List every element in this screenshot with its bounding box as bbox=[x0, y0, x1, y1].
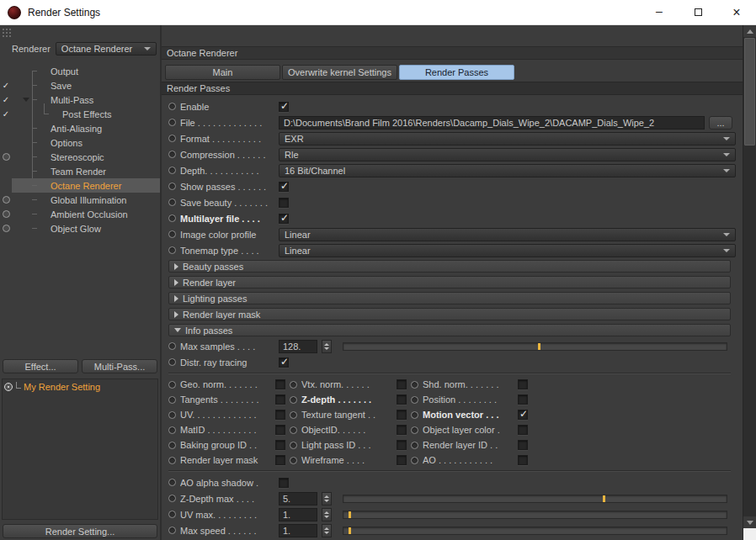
pass-checkbox[interactable] bbox=[275, 440, 285, 450]
minimize-button[interactable]: – bbox=[640, 0, 679, 24]
file-path-input[interactable]: D:\Documents\Brand Film 2016\Renders\Dac… bbox=[279, 116, 705, 130]
group-beauty-passes[interactable]: Beauty passes bbox=[168, 260, 731, 273]
slider-handle[interactable] bbox=[349, 511, 351, 518]
pass-checkbox[interactable] bbox=[518, 410, 528, 420]
animation-dot-icon[interactable] bbox=[168, 103, 176, 110]
sidebar-item-post-effects[interactable]: Post Effects bbox=[0, 107, 160, 121]
pass-checkbox[interactable] bbox=[275, 425, 285, 435]
pass-checkbox[interactable] bbox=[275, 455, 285, 465]
animation-dot-icon[interactable] bbox=[168, 396, 176, 404]
slider-handle[interactable] bbox=[349, 527, 351, 534]
group-info-passes[interactable]: Info passes bbox=[168, 324, 731, 336]
pass-checkbox[interactable] bbox=[518, 379, 528, 389]
animation-dot-icon[interactable] bbox=[168, 214, 176, 222]
pass-checkbox[interactable] bbox=[275, 410, 285, 420]
ao-alpha-shadow-checkbox[interactable] bbox=[279, 478, 289, 488]
animation-dot-icon[interactable] bbox=[168, 183, 176, 190]
check-icon[interactable] bbox=[0, 107, 12, 121]
pass-checkbox[interactable] bbox=[518, 425, 528, 435]
animation-dot-icon[interactable] bbox=[168, 358, 176, 366]
sidebar-item-multi-pass[interactable]: Multi-Pass bbox=[0, 93, 160, 107]
sidebar-item-octane-renderer[interactable]: Octane Renderer bbox=[0, 178, 160, 193]
animation-dot-icon[interactable] bbox=[168, 511, 176, 518]
expand-arrow-icon[interactable] bbox=[23, 98, 29, 102]
animation-dot-icon[interactable] bbox=[168, 457, 176, 464]
image-color-profile-dropdown[interactable]: Linear bbox=[279, 228, 736, 241]
animation-dot-icon[interactable] bbox=[290, 442, 297, 449]
sidebar-item-options[interactable]: Options bbox=[0, 135, 160, 150]
zdepth-max-slider[interactable] bbox=[343, 495, 727, 503]
animation-dot-icon[interactable] bbox=[411, 442, 418, 449]
pass-checkbox[interactable] bbox=[397, 379, 407, 389]
effect-button[interactable]: Effect... bbox=[3, 359, 78, 373]
scroll-down-button[interactable] bbox=[743, 516, 756, 528]
max-samples-stepper[interactable] bbox=[322, 340, 332, 353]
format-dropdown[interactable]: EXR bbox=[279, 132, 736, 146]
max-samples-input[interactable]: 128. bbox=[279, 340, 317, 353]
max-samples-slider[interactable] bbox=[343, 342, 727, 351]
animation-dot-icon[interactable] bbox=[168, 426, 176, 434]
group-lighting-passes[interactable]: Lighting passes bbox=[168, 292, 731, 304]
browse-button[interactable]: ... bbox=[709, 116, 732, 130]
pass-checkbox[interactable] bbox=[397, 425, 407, 435]
animation-dot-icon[interactable] bbox=[168, 442, 176, 449]
zdepth-max-input[interactable]: 5. bbox=[279, 492, 317, 506]
slider-handle[interactable] bbox=[538, 343, 540, 350]
animation-dot-icon[interactable] bbox=[168, 119, 176, 126]
animation-dot-icon[interactable] bbox=[168, 246, 176, 254]
pass-checkbox[interactable] bbox=[397, 410, 407, 420]
animation-dot-icon[interactable] bbox=[168, 411, 176, 419]
pass-checkbox[interactable] bbox=[397, 394, 407, 405]
max-speed-stepper[interactable] bbox=[322, 524, 332, 537]
max-speed-input[interactable]: 1. bbox=[279, 524, 317, 537]
animation-dot-icon[interactable] bbox=[168, 135, 176, 142]
animation-dot-icon[interactable] bbox=[168, 199, 176, 206]
group-render-layer[interactable]: Render layer bbox=[168, 276, 731, 289]
sidebar-item-team-render[interactable]: Team Render bbox=[0, 164, 160, 178]
animation-dot-icon[interactable] bbox=[411, 381, 418, 389]
enable-checkbox[interactable] bbox=[279, 102, 289, 112]
pass-checkbox[interactable] bbox=[275, 379, 285, 389]
animation-dot-icon[interactable] bbox=[290, 381, 297, 389]
resize-corner[interactable] bbox=[743, 528, 756, 540]
animation-dot-icon[interactable] bbox=[168, 527, 176, 534]
compression-dropdown[interactable]: Rle bbox=[279, 148, 736, 161]
depth-dropdown[interactable]: 16 Bit/Channel bbox=[279, 164, 736, 177]
sidebar-item-ambient-occlusion[interactable]: Ambient Occlusion bbox=[0, 207, 160, 221]
scrollbar-thumb[interactable] bbox=[744, 38, 755, 146]
check-icon[interactable] bbox=[0, 93, 12, 107]
pass-checkbox[interactable] bbox=[275, 394, 285, 405]
animation-dot-icon[interactable] bbox=[168, 495, 176, 502]
pass-checkbox[interactable] bbox=[518, 394, 528, 405]
max-speed-slider[interactable] bbox=[343, 527, 727, 535]
render-setting-item[interactable]: My Render Setting bbox=[3, 379, 157, 394]
animation-dot-icon[interactable] bbox=[411, 426, 418, 434]
tab-main[interactable]: Main bbox=[165, 65, 280, 80]
group-render-layer-mask[interactable]: Render layer mask bbox=[168, 308, 731, 320]
multilayer-file-checkbox[interactable] bbox=[279, 214, 289, 224]
animation-dot-icon[interactable] bbox=[290, 396, 297, 404]
led-toggle-icon[interactable] bbox=[0, 150, 12, 165]
tab-overwrite-kernel-settings[interactable]: Overwrite kernel Settings bbox=[282, 65, 397, 80]
grip-handle[interactable] bbox=[0, 25, 160, 39]
led-toggle-icon[interactable] bbox=[0, 207, 12, 222]
slider-handle[interactable] bbox=[603, 495, 605, 502]
sidebar-item-stereoscopic[interactable]: Stereoscopic bbox=[0, 150, 160, 164]
show-passes-checkbox[interactable] bbox=[279, 182, 289, 192]
animation-dot-icon[interactable] bbox=[411, 396, 418, 404]
distr-ray-tracing-checkbox[interactable] bbox=[279, 357, 289, 368]
sidebar-item-output[interactable]: Output bbox=[0, 64, 160, 78]
multi-pass-button[interactable]: Multi-Pass... bbox=[82, 359, 157, 373]
zdepth-max-stepper[interactable] bbox=[322, 492, 332, 506]
sidebar-item-global-illumination[interactable]: Global Illumination bbox=[0, 193, 160, 207]
renderer-dropdown[interactable]: Octane Renderer bbox=[56, 42, 157, 56]
animation-dot-icon[interactable] bbox=[168, 342, 176, 350]
sidebar-item-save[interactable]: Save bbox=[0, 78, 160, 93]
animation-dot-icon[interactable] bbox=[168, 167, 176, 174]
scroll-up-button[interactable] bbox=[743, 25, 756, 37]
save-beauty-checkbox[interactable] bbox=[279, 198, 289, 208]
animation-dot-icon[interactable] bbox=[168, 230, 176, 238]
animation-dot-icon[interactable] bbox=[290, 411, 297, 419]
animation-dot-icon[interactable] bbox=[290, 426, 297, 434]
render-setting-button[interactable]: Render Setting... bbox=[3, 524, 157, 538]
